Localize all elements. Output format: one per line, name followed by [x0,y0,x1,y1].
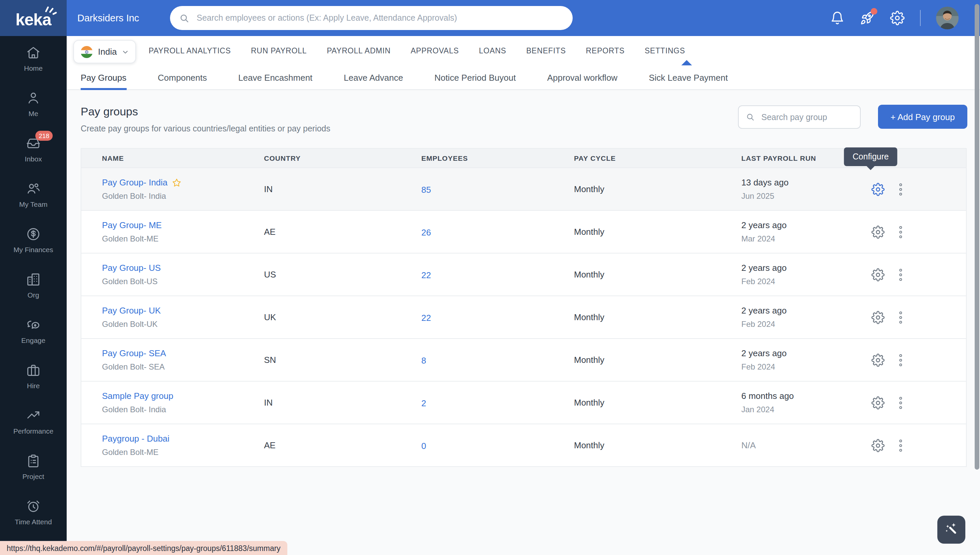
configure-button[interactable] [871,396,885,409]
tab-settings[interactable]: SETTINGS [645,47,685,55]
add-pay-group-button[interactable]: + Add Pay group [878,105,967,129]
subtab-pay-groups[interactable]: Pay Groups [81,65,126,90]
configure-button[interactable] [871,439,885,452]
country-cell: AE [264,227,421,237]
table-row: Pay Group- US Golden Bolt-US US 22 Month… [82,253,966,295]
row-menu-button[interactable] [896,354,905,366]
sidebar-item-home[interactable]: Home [0,36,67,82]
sidebar-label: Engage [21,336,45,344]
country-selector-label: India [98,47,117,57]
employees-count-link[interactable]: 22 [421,270,431,280]
dollar-icon [26,227,41,242]
row-menu-button[interactable] [896,439,905,451]
gear-icon [890,11,905,25]
subtab-leave-encashment[interactable]: Leave Encashment [238,65,313,90]
chat-heart-icon [26,318,41,332]
india-flag-icon [81,46,93,58]
configure-button[interactable] [871,353,885,367]
assistant-wand-button[interactable] [937,516,965,544]
tab-loans[interactable]: LOANS [479,47,506,55]
subtab-components[interactable]: Components [158,65,207,90]
country-cell: SN [264,355,421,365]
subtab-notice-period-buyout[interactable]: Notice Period Buyout [434,65,516,90]
sidebar-item-time-attend[interactable]: Time Attend [0,489,67,535]
row-menu-button[interactable] [896,396,905,409]
table-row: Sample Pay group Golden Bolt- India IN 2… [82,381,966,423]
row-actions [871,396,966,409]
employees-count-link[interactable]: 8 [421,355,426,365]
sidebar-item-project[interactable]: Project [0,444,67,489]
row-menu-button[interactable] [896,183,905,195]
pay-group-link[interactable]: Sample Pay group [102,391,173,401]
tab-run-payroll[interactable]: RUN PAYROLL [251,47,307,55]
page-subtitle: Create pay groups for various countries/… [81,124,330,133]
subtab-leave-advance[interactable]: Leave Advance [344,65,403,90]
sidebar-item-performance[interactable]: Performance [0,399,67,444]
link-status-bar: https://thq.kekademo.com/#/payroll/payro… [0,541,287,555]
global-settings-button[interactable] [890,11,905,25]
employees-count-link[interactable]: 85 [421,184,431,194]
pay-group-search-input[interactable] [760,112,853,122]
last-payroll-run-cell: 2 years agoFeb 2024 [741,263,871,286]
sidebar-item-org[interactable]: Org [0,263,67,308]
sidebar-label: Time Attend [15,518,52,526]
subtab-approval-workflow[interactable]: Approval workflow [547,65,617,90]
favorite-star-icon[interactable] [172,178,182,187]
pay-group-search[interactable] [738,105,861,129]
sidebar-item-engage[interactable]: Engage [0,308,67,354]
tab-reports[interactable]: REPORTS [586,47,625,55]
row-menu-button[interactable] [896,311,905,323]
keka-logo[interactable]: keka [0,0,67,36]
sidebar-label: Performance [13,427,53,435]
vertical-scrollbar-thumb[interactable] [975,4,979,470]
sidebar-item-my-finances[interactable]: My Finances [0,217,67,263]
employees-count-link[interactable]: 0 [421,441,426,451]
pay-group-link[interactable]: Pay Group- SEA [102,348,166,358]
legal-entity: Golden Bolt-ME [102,448,264,457]
tab-payroll-admin[interactable]: PAYROLL ADMIN [327,47,390,55]
page-title: Pay groups [81,105,138,119]
global-search[interactable] [170,6,573,30]
country-cell: AE [264,440,421,450]
employees-count-link[interactable]: 2 [421,398,426,408]
configure-button[interactable] [871,268,885,281]
employees-count-link[interactable]: 26 [421,227,431,237]
alarm-clock-icon [26,499,41,514]
sidebar-item-my-team[interactable]: My Team [0,172,67,217]
global-search-input[interactable] [195,13,563,23]
row-actions [871,311,966,324]
sidebar-item-inbox[interactable]: 218Inbox [0,127,67,172]
user-avatar[interactable] [936,7,959,29]
app-window: keka Darksiders Inc Home Me 218Inbox My … [0,0,980,555]
row-menu-button[interactable] [896,226,905,238]
sidebar-label: Me [28,109,38,117]
notifications-bell-button[interactable] [830,11,845,25]
person-icon [26,91,41,105]
home-icon [26,45,41,60]
configure-button[interactable] [871,225,885,239]
row-actions [871,268,966,281]
tab-payroll-analytics[interactable]: PAYROLL ANALYTICS [149,47,231,55]
settings-subnav: Pay Groups Components Leave Encashment L… [67,66,980,90]
search-icon [746,113,755,121]
configure-button[interactable] [871,183,885,196]
tab-benefits[interactable]: BENEFITS [526,47,566,55]
pay-group-link[interactable]: Pay Group- India [102,178,168,188]
subtab-sick-leave-payment[interactable]: Sick Leave Payment [649,65,727,90]
pay-group-link[interactable]: Pay Group- ME [102,220,161,230]
pay-group-link[interactable]: Paygroup - Dubai [102,434,169,444]
configure-button[interactable] [871,311,885,324]
last-payroll-run-cell: 2 years agoMar 2024 [741,220,871,244]
pay-group-link[interactable]: Pay Group- US [102,263,161,273]
tab-approvals[interactable]: APPROVALS [411,47,459,55]
gear-icon [871,225,885,239]
last-payroll-run-cell: 13 days agoJun 2025 [741,178,871,201]
pay-group-link[interactable]: Pay Group- UK [102,306,161,316]
row-menu-button[interactable] [896,268,905,281]
sidebar-item-me[interactable]: Me [0,82,67,127]
employees-count-link[interactable]: 22 [421,313,431,322]
rocket-notification-dot [871,8,877,14]
whats-new-rocket-button[interactable] [860,11,874,25]
sidebar-item-hire[interactable]: Hire [0,354,67,399]
country-selector[interactable]: India [74,40,136,63]
